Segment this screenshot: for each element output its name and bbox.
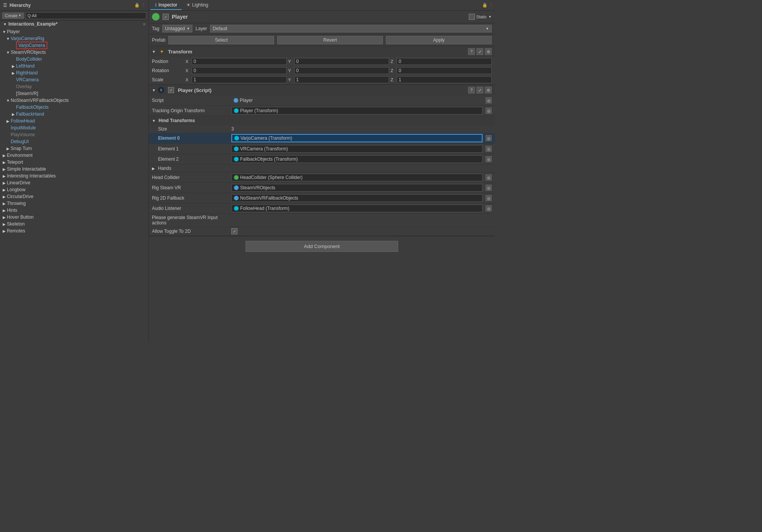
layer-dropdown[interactable]: Default ▼ [210,25,492,32]
tree-item-player[interactable]: ▼ Player [0,28,149,35]
rig-steamvr-selector-btn[interactable]: ◎ [486,185,492,191]
hierarchy-title: Hierarchy [10,3,31,8]
lock-icon[interactable]: 🔒 [134,3,140,8]
hierarchy-header-icons: 🔒 ⋮ [134,3,145,8]
player-script-dot [234,98,238,103]
tracking-origin-selector-btn[interactable]: ◎ [486,108,492,114]
more-icon-inspector[interactable]: ⋮ [489,3,493,8]
object-enabled-checkbox[interactable] [163,14,169,20]
tree-item-hints[interactable]: ▶ Hints [0,207,149,214]
transform-header[interactable]: ▼ ✦ Transform ? ⤢ ⚙ [149,46,495,57]
rig-2d-selector-btn[interactable]: ◎ [486,195,492,201]
tree-item-vrcamera[interactable]: VRCamera [0,76,149,83]
hands-row[interactable]: ▶ Hands [149,164,495,172]
script-help-btn[interactable]: ? [468,87,475,94]
tab-lighting[interactable]: ☀ Lighting [182,1,213,10]
element0-selector-btn[interactable]: ◎ [486,135,492,141]
tree-item-fallbackhand[interactable]: ▶ FallbackHand [0,111,149,118]
lock-icon-inspector[interactable]: 🔒 [482,3,488,8]
tree-item-remotes[interactable]: ▶ Remotes [0,227,149,234]
active-toggle[interactable] [152,13,160,21]
arrow-interestinginteractables: ▶ [2,174,7,178]
transform-settings-btn[interactable]: ⚙ [485,48,492,55]
tag-dropdown[interactable]: Untagged ▼ [162,25,192,32]
add-component-button[interactable]: Add Component [245,241,398,252]
element1-selector-btn[interactable]: ◎ [486,146,492,152]
tree-item-throwing[interactable]: ▶ Throwing [0,200,149,207]
tree-item-skeleton[interactable]: ▶ Skeleton [0,221,149,227]
allow-toggle-checkbox[interactable]: ✓ [231,228,237,234]
tree-item-teleport[interactable]: ▶ Teleport [0,159,149,166]
element2-selector-btn[interactable]: ◎ [486,156,492,162]
rotation-y-input[interactable] [294,67,389,74]
position-y-input[interactable] [294,58,389,65]
script-expand-btn[interactable]: ⤢ [476,87,483,94]
position-z-input[interactable] [397,58,492,65]
select-button[interactable]: Select [168,36,274,44]
arrow-varjocamerarig: ▼ [5,37,11,41]
script-settings-btn[interactable]: ⚙ [485,87,492,94]
arrow-fallbackhand: ▶ [11,112,16,116]
static-checkbox[interactable] [469,14,475,20]
scale-y-input[interactable] [294,76,389,83]
tree-item-snapturn[interactable]: ▶ Snap Turn [0,145,149,152]
tree-item-hoverbutton[interactable]: ▶ Hover Button [0,214,149,221]
hierarchy-content: ▼ Player ▼ VarjoCameraRig VarjoCamera ▼ … [0,27,149,342]
scale-z-input[interactable] [397,76,492,83]
revert-button[interactable]: Revert [277,36,383,44]
tree-item-varjocamerarig[interactable]: ▼ VarjoCameraRig [0,35,149,42]
transform-help-btn[interactable]: ? [468,48,475,55]
tree-item-playvolume[interactable]: PlayVolume [0,131,149,138]
static-dropdown-icon[interactable]: ▼ [488,15,492,19]
tree-item-debugui[interactable]: DebugUI [0,138,149,145]
audio-listener-selector-btn[interactable]: ◎ [486,205,492,211]
tree-item-righthand[interactable]: ▶ RightHand [0,69,149,76]
element0-dot [234,136,239,140]
tree-item-inputmodule[interactable]: InputModule [0,124,149,131]
arrow-righthand: ▶ [11,71,16,75]
tree-item-lineardrive[interactable]: ▶ LinearDrive [0,179,149,186]
script-selector-btn[interactable]: ◎ [486,97,492,103]
player-script-header[interactable]: ▼ S Player (Script) ? ⤢ ⚙ [149,85,495,95]
add-component-section: Add Component [149,236,495,256]
label-hints: Hints [7,208,17,213]
position-x-input[interactable] [192,58,287,65]
tree-item-fallbackobjects[interactable]: FallbackObjects [0,104,149,111]
hierarchy-search-input[interactable] [26,12,146,19]
tree-item-bodycollider[interactable]: BodyCollider [0,56,149,63]
tree-item-environment[interactable]: ▶ Environment [0,152,149,159]
position-label: Position [152,59,182,64]
scale-row: Scale X Y Z [149,75,495,84]
tree-item-overlay[interactable]: Overlay [0,83,149,90]
tree-item-varjocamera[interactable]: VarjoCamera [0,42,149,49]
scale-z-axis: Z [391,77,396,82]
head-collider-selector-btn[interactable]: ◎ [486,174,492,181]
tree-item-circulardrive[interactable]: ▶ CircularDrive [0,193,149,200]
rotation-z-input[interactable] [397,67,492,74]
tree-item-followhead[interactable]: ▶ FollowHead [0,118,149,124]
tree-item-longbow[interactable]: ▶ Longbow [0,186,149,193]
arrow-lefthand: ▶ [11,64,16,68]
tree-item-simpleinteractable[interactable]: ▶ Simple Interactable [0,166,149,172]
transform-expand-btn[interactable]: ⤢ [476,48,483,55]
scale-x-input[interactable] [192,76,287,83]
script-enabled-checkbox[interactable] [168,87,174,93]
tree-item-steamvrobjects[interactable]: ▼ SteamVRObjects [0,49,149,56]
tree-item-nosteamvr[interactable]: ▼ NoSteamVRFallbackObjects [0,97,149,104]
tab-inspector[interactable]: ℹ Inspector [150,1,182,10]
element2-dot [234,157,239,161]
tree-item-steamvr[interactable]: [SteamVR] [0,90,149,97]
apply-button[interactable]: Apply [386,36,492,44]
label-varjocamera: VarjoCamera [16,42,47,49]
scale-y-axis: Y [288,77,294,82]
more-icon[interactable]: ⋮ [141,3,145,8]
element2-value: FallbackObjects (Transform) [231,155,483,163]
tree-item-interestinginteractables[interactable]: ▶ Interesting Interactables [0,172,149,179]
rotation-x-input[interactable] [192,67,287,74]
label-bodycollider: BodyCollider [16,56,42,62]
position-xyz: X Y Z [186,58,492,65]
prefab-row: Prefab Select Revert Apply [149,34,495,46]
tree-item-lefthand[interactable]: ▶ LeftHand [0,63,149,69]
position-y-axis: Y [288,59,294,64]
create-button[interactable]: Create ▼ [2,13,24,19]
